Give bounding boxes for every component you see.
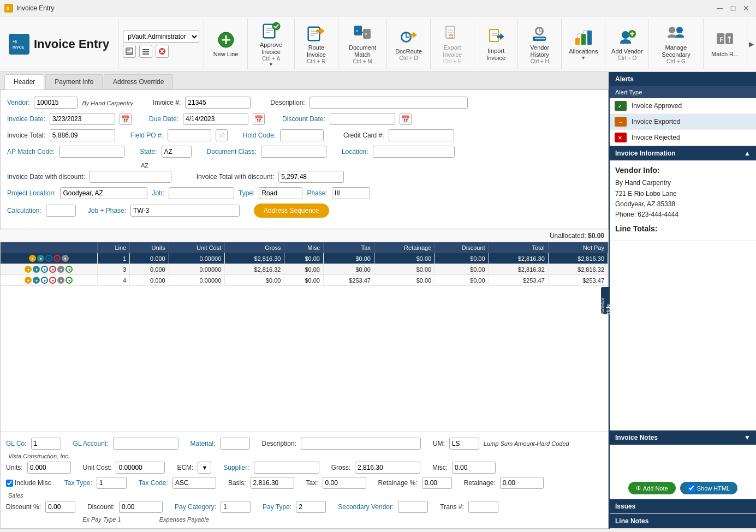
tax-code-label[interactable]: Tax Code: [139,479,168,487]
description-input-top[interactable] [309,97,468,109]
calculation-input[interactable] [46,205,76,217]
line-notes-header[interactable]: Line Notes [610,514,756,528]
project-location-input[interactable] [60,187,147,199]
save-button[interactable] [123,45,136,58]
field-po-label[interactable]: Field PO #: [130,131,163,139]
document-match-button[interactable]: ≡ ≡ Document Match Ctrl + M [338,19,387,69]
supplier-label[interactable]: Supplier: [223,464,249,471]
gl-co-label[interactable]: GL Co: [6,440,27,447]
user-dropdown[interactable]: pVault Administrator [123,31,199,43]
alert-row-approved[interactable]: ✓Invoice Approved [610,98,756,114]
approve-invoice-button[interactable]: Approve Invoice Ctrl + A ▼ [248,19,295,69]
pay-type-label[interactable]: Pay Type: [263,503,291,511]
table-row[interactable]: ●●●●●●30.0000.00000$2,816.32$0.00$0.00$0… [1,264,608,275]
export-invoice-button[interactable]: Export Invoice Ctrl + E [431,19,474,69]
vendor-history-button[interactable]: Vendor History Ctrl + H [518,19,562,69]
row-icon-bl[interactable]: ● [41,266,48,273]
route-invoice-button[interactable]: Route Invoice Ctrl + R [295,19,338,69]
row-icon-or[interactable]: ● [25,266,32,273]
issues-header[interactable]: Issues [610,499,756,513]
alert-row-rejected[interactable]: ✕Invoice Rejected [610,130,756,146]
discount-pct-input[interactable] [45,501,75,513]
state-label[interactable]: State: [140,148,157,156]
um-input[interactable] [449,438,479,450]
invoice-date-input[interactable] [50,113,115,125]
tab-payment-info[interactable]: Payment Info [45,74,103,89]
due-date-calendar[interactable]: 📅 [253,113,265,125]
manage-secondary-button[interactable]: Manage Secondary Ctrl + G [649,19,703,69]
new-line-button[interactable]: New Line [204,19,248,69]
row-icon-bl[interactable]: ● [41,277,48,284]
ap-match-label[interactable]: AP Match Code: [7,148,55,156]
toolbar-overflow[interactable]: ▶ [747,19,756,69]
show-html-button[interactable]: Show HTML [680,482,738,494]
due-date-input[interactable] [183,113,248,125]
address-sequence-button[interactable]: Address Sequence [254,204,329,218]
job-input[interactable] [169,187,234,199]
invoice-total-input[interactable] [50,129,115,141]
vendor-input[interactable] [34,97,78,109]
coding-desc-input[interactable] [301,438,421,450]
invoice-number-input[interactable] [185,97,251,109]
table-row[interactable]: ●●●●●10.0000.00000$2,816.30$0.00$0.00$0.… [1,253,608,264]
invoice-date-label[interactable]: Invoice Date: [7,115,45,123]
tax-type-label[interactable]: Tax Type: [64,479,92,487]
row-icon-bl[interactable]: ● [45,255,52,262]
hide-sidebar-button[interactable]: Hide Sidebar [601,287,610,314]
invoice-info-scroll-up[interactable]: ▲ [744,150,751,157]
hold-code-label[interactable]: Hold Code: [243,131,276,139]
minimize-button[interactable]: ─ [715,3,725,14]
hold-code-input[interactable] [280,129,324,141]
gl-account-label[interactable]: GL Account: [73,440,109,447]
row-icon-gy[interactable]: ● [57,277,64,284]
due-date-label[interactable]: Due Date: [149,115,178,123]
row-icon-gr[interactable]: ● [66,277,73,284]
table-row[interactable]: ●●●●●●40.0000.00000$0.00$0.00$253.47$0.0… [1,275,608,286]
row-icon-tl[interactable]: ● [37,255,44,262]
allocations-button[interactable]: Allocations ▼ [562,19,605,69]
secondary-vendor-input[interactable] [398,501,428,513]
field-po-input[interactable] [168,129,211,141]
material-label[interactable]: Material: [191,440,216,447]
calculation-label[interactable]: Calculation: [7,207,41,214]
layout-button[interactable] [139,45,152,58]
row-icon-gr[interactable]: ● [66,266,73,273]
tab-header[interactable]: Header [4,74,44,89]
supplier-input[interactable] [254,462,319,474]
add-note-button[interactable]: ⊕ Add Note [628,482,676,494]
row-icon-or[interactable]: ● [25,277,32,284]
pay-type-input[interactable] [296,501,326,513]
misc-input[interactable] [452,462,496,474]
discount-input[interactable] [119,501,163,513]
row-icon-gy[interactable]: ● [62,255,69,262]
close-button[interactable]: ✕ [741,3,752,14]
add-vendor-button[interactable]: Add Vendor Ctrl + O [605,19,649,69]
state-input[interactable] [162,146,192,158]
location-input[interactable] [373,146,455,158]
inv-date-discount-input[interactable] [90,171,171,183]
discount-date-label[interactable]: Discount Date: [282,115,325,123]
material-input[interactable] [220,438,250,450]
restore-button[interactable]: □ [728,3,739,14]
retainage-pct-input[interactable] [422,477,452,489]
project-location-label[interactable]: Project Location: [7,189,56,197]
gl-co-input[interactable] [31,438,61,450]
vendor-label[interactable]: Vendor: [7,99,29,106]
type-label[interactable]: Type: [239,189,254,197]
job-phase-label[interactable]: Job + Phase: [88,207,126,214]
alert-row-exported[interactable]: →Invoice Exported [610,114,756,130]
import-invoice-button[interactable]: Import Invoice [474,19,518,69]
tax-input[interactable] [323,477,366,489]
secondary-vendor-label[interactable]: Secondary Vendor: [338,503,394,511]
discount-date-calendar[interactable]: 📅 [400,113,412,125]
tab-address-override[interactable]: Address Override [104,74,173,89]
basis-input[interactable] [251,477,294,489]
document-class-input[interactable] [261,146,326,158]
row-icon-tl[interactable]: ● [33,277,40,284]
gross-input[interactable] [355,462,420,474]
location-label[interactable]: Location: [342,148,368,156]
pay-category-input[interactable] [221,501,251,513]
ecm-dropdown-button[interactable]: ▼ [198,462,211,474]
invoice-date-calendar[interactable]: 📅 [120,113,132,125]
tax-type-input[interactable] [97,477,127,489]
